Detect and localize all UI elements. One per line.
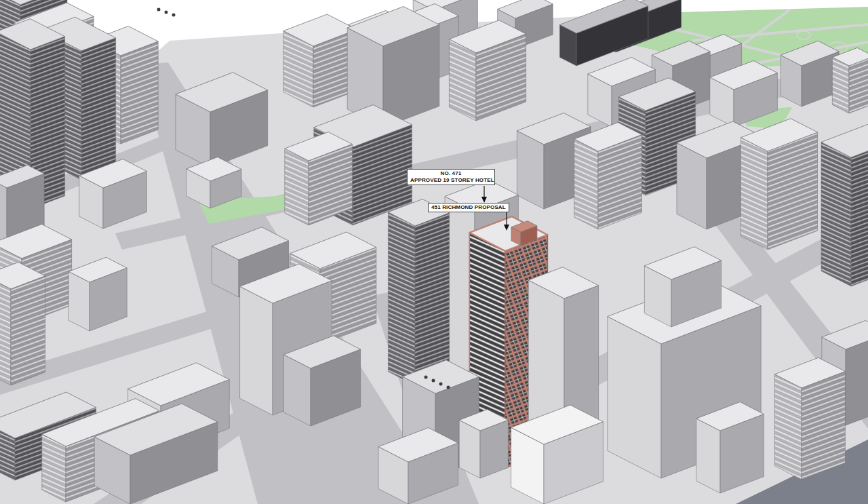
building-block [285,132,353,226]
building-block [283,14,357,107]
building-block [0,263,45,386]
proposal-annotation-label: 451 RICHMOND PROPOSAL [428,203,509,212]
building-block [459,410,508,479]
building-block [832,47,868,113]
building-block [388,199,449,386]
building-block [696,402,764,494]
building-block [574,123,642,230]
building-block [68,257,127,331]
hotel-label-line1: NO. 471 [410,170,492,177]
building-block [741,119,817,250]
city-model-render: NO. 471 APPROVED 19 STOREY HOTEL 451 RIC… [0,0,868,504]
building-block [774,357,845,480]
hotel-label-line2: APPROVED 19 STOREY HOTEL [410,177,492,184]
massing-model-canvas [0,0,868,504]
building-block [821,123,868,287]
hotel-annotation-label: NO. 471 APPROVED 19 STOREY HOTEL [407,169,495,185]
building-block [449,20,526,121]
